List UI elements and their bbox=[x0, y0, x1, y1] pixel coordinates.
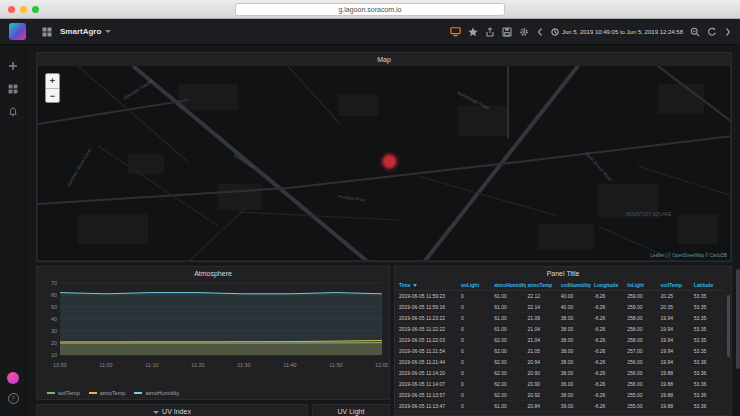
map-zoom-in-button[interactable]: + bbox=[46, 74, 59, 88]
soracom-lagoon-logo-icon[interactable] bbox=[9, 23, 26, 40]
table-scrollbar[interactable] bbox=[727, 295, 730, 357]
svg-text:10: 10 bbox=[51, 352, 57, 358]
browser-window: g.lagoon.soracom.io SmartAgro bbox=[0, 0, 740, 416]
time-shift-forward-icon[interactable] bbox=[724, 27, 732, 37]
table-row[interactable]: 2019-06-05 11:22:22061.0021.0438.00-6.26… bbox=[397, 324, 725, 335]
window-controls bbox=[8, 6, 39, 13]
table-row[interactable]: 2019-06-05 11:21:44062.0020.9438.00-6.26… bbox=[397, 357, 725, 368]
atmosphere-chart[interactable]: 1020304050607010:5011:0011:1011:2011:301… bbox=[40, 281, 388, 375]
header-actions: Jun 5, 2019 10:49:05 to Jun 5, 2019 12:2… bbox=[450, 26, 740, 37]
svg-text:11:10: 11:10 bbox=[145, 362, 158, 368]
legend-item-atmoTemp[interactable]: atmoTemp bbox=[89, 390, 126, 396]
dashboards-icon[interactable] bbox=[8, 84, 18, 94]
table-row[interactable]: 2019-06-05 11:14:20062.0020.9038.00-6.26… bbox=[397, 368, 725, 379]
table-header-atmoHumidity[interactable]: atmoHumidity bbox=[492, 280, 525, 291]
table-row[interactable]: 2019-06-05 11:13:37061.0020.8438.00-6.26… bbox=[397, 412, 725, 416]
map-marker[interactable] bbox=[382, 154, 397, 169]
dashboard-title[interactable]: SmartAgro bbox=[60, 27, 111, 36]
svg-text:50: 50 bbox=[51, 304, 57, 310]
star-icon[interactable] bbox=[468, 27, 478, 37]
table-header-soilHumidity[interactable]: soilHumidity bbox=[559, 280, 592, 291]
uv-light-panel: UV Light bbox=[312, 404, 390, 416]
save-icon[interactable] bbox=[502, 27, 512, 37]
chevron-down-icon bbox=[105, 30, 111, 33]
map-panel-title[interactable]: Map bbox=[37, 53, 731, 66]
street-label: MOUNTJOY SQUARE bbox=[626, 212, 671, 217]
sort-caret-icon bbox=[413, 284, 417, 287]
table-header-InLight[interactable]: InLight bbox=[625, 280, 658, 291]
user-avatar[interactable] bbox=[7, 372, 19, 384]
table-wrapper: TimeuvLightatmoHumidityatmoTempsoilHumid… bbox=[397, 280, 725, 415]
legend-item-atmoHumidity[interactable]: atmoHumidity bbox=[134, 390, 179, 396]
grafana-app: SmartAgro bbox=[0, 19, 740, 416]
zoom-out-icon[interactable] bbox=[690, 27, 700, 37]
table-row[interactable]: 2019-06-05 11:59:16061.0022.1440.00-6.26… bbox=[397, 302, 725, 313]
uv-index-panel-title[interactable]: UV Index bbox=[37, 405, 307, 416]
map-canvas[interactable]: Mountjoy SquareSummerhillGardiner Street… bbox=[38, 66, 730, 260]
time-range-picker[interactable]: Jun 5, 2019 10:49:05 to Jun 5, 2019 12:2… bbox=[551, 28, 683, 36]
alerting-bell-icon[interactable] bbox=[8, 107, 18, 117]
uv-index-panel: UV Index bbox=[36, 404, 308, 416]
atmosphere-panel: Atmosphere 1020304050607010:5011:0011:10… bbox=[36, 266, 390, 400]
svg-text:12:00: 12:00 bbox=[375, 362, 388, 368]
table-header-uvLight[interactable]: uvLight bbox=[459, 280, 492, 291]
left-sidebar: ? bbox=[0, 45, 26, 416]
page-scrollbar[interactable] bbox=[736, 269, 740, 369]
clock-icon bbox=[551, 28, 559, 36]
table-row[interactable]: 2019-06-05 11:14:07062.0020.9036.00-6.26… bbox=[397, 379, 725, 390]
table-header-Longitude[interactable]: Longitude bbox=[592, 280, 625, 291]
share-icon[interactable] bbox=[485, 27, 495, 37]
create-plus-icon[interactable] bbox=[8, 61, 18, 71]
svg-text:11:50: 11:50 bbox=[329, 362, 342, 368]
time-range-text: Jun 5, 2019 10:49:05 to Jun 5, 2019 12:2… bbox=[562, 29, 683, 35]
sidebar-bottom: ? bbox=[0, 372, 26, 404]
svg-text:11:30: 11:30 bbox=[237, 362, 250, 368]
table-panel-title[interactable]: Panel Title bbox=[395, 267, 731, 280]
svg-text:40: 40 bbox=[51, 316, 57, 322]
table-row[interactable]: 2019-06-05 11:22:03062.0021.0438.00-6.26… bbox=[397, 335, 725, 346]
table-row[interactable]: 2019-06-05 11:59:23061.0022.1240.00-6.26… bbox=[397, 291, 725, 302]
table-header-atmoTemp[interactable]: atmoTemp bbox=[526, 280, 559, 291]
table-panel: Panel Title TimeuvLightatmoHumidityatmoT… bbox=[394, 266, 732, 416]
browser-chrome: g.lagoon.soracom.io bbox=[0, 0, 740, 19]
svg-text:11:20: 11:20 bbox=[191, 362, 204, 368]
uv-light-panel-title[interactable]: UV Light bbox=[313, 405, 389, 416]
dashboard-header: SmartAgro bbox=[0, 19, 740, 45]
map-zoom-control: + − bbox=[45, 73, 60, 103]
svg-text:11:40: 11:40 bbox=[283, 362, 296, 368]
help-icon[interactable]: ? bbox=[8, 393, 19, 404]
table-row[interactable]: 2019-06-05 11:13:57062.0020.9238.00-6.26… bbox=[397, 390, 725, 401]
url-text: g.lagoon.soracom.io bbox=[338, 6, 401, 13]
svg-text:11:00: 11:00 bbox=[99, 362, 112, 368]
map-zoom-out-button[interactable]: − bbox=[46, 88, 59, 102]
table-row[interactable]: 2019-06-05 11:23:22061.0021.0938.00-6.26… bbox=[397, 313, 725, 324]
panel-menu-chevron-icon bbox=[153, 411, 159, 414]
chart-legend: soilTempatmoTempatmoHumidity bbox=[47, 390, 179, 396]
svg-text:30: 30 bbox=[51, 328, 57, 334]
window-minimize-button[interactable] bbox=[20, 6, 27, 13]
table-row[interactable]: 2019-06-05 11:13:47061.0020.8439.00-6.26… bbox=[397, 401, 725, 412]
tv-mode-icon[interactable] bbox=[450, 26, 461, 37]
dashboard-title-text: SmartAgro bbox=[60, 27, 101, 36]
data-table: TimeuvLightatmoHumidityatmoTempsoilHumid… bbox=[397, 280, 725, 415]
table-row[interactable]: 2019-06-05 11:21:54062.0021.0538.00-6.26… bbox=[397, 346, 725, 357]
svg-text:10:50: 10:50 bbox=[53, 362, 67, 368]
svg-text:60: 60 bbox=[51, 292, 57, 298]
atmosphere-panel-title[interactable]: Atmosphere bbox=[37, 267, 389, 280]
gear-icon[interactable] bbox=[519, 27, 529, 37]
table-header-Latitude[interactable]: Latitude bbox=[692, 280, 725, 291]
map-panel: Map bbox=[36, 52, 732, 262]
time-shift-back-icon[interactable] bbox=[536, 27, 544, 37]
table-header-Time[interactable]: Time bbox=[397, 280, 459, 291]
table-header-soilTemp[interactable]: soilTemp bbox=[659, 280, 692, 291]
help-glyph: ? bbox=[11, 395, 15, 402]
window-zoom-button[interactable] bbox=[32, 6, 39, 13]
map-attribution[interactable]: Leaflet | © OpenStreetMap © CartoDB bbox=[650, 253, 727, 258]
refresh-icon[interactable] bbox=[707, 27, 717, 37]
address-bar[interactable]: g.lagoon.soracom.io bbox=[235, 3, 505, 16]
svg-text:20: 20 bbox=[51, 340, 57, 346]
dashboard-grid-icon[interactable] bbox=[42, 27, 52, 37]
legend-item-soilTemp[interactable]: soilTemp bbox=[47, 390, 80, 396]
svg-text:70: 70 bbox=[51, 281, 57, 286]
window-close-button[interactable] bbox=[8, 6, 15, 13]
